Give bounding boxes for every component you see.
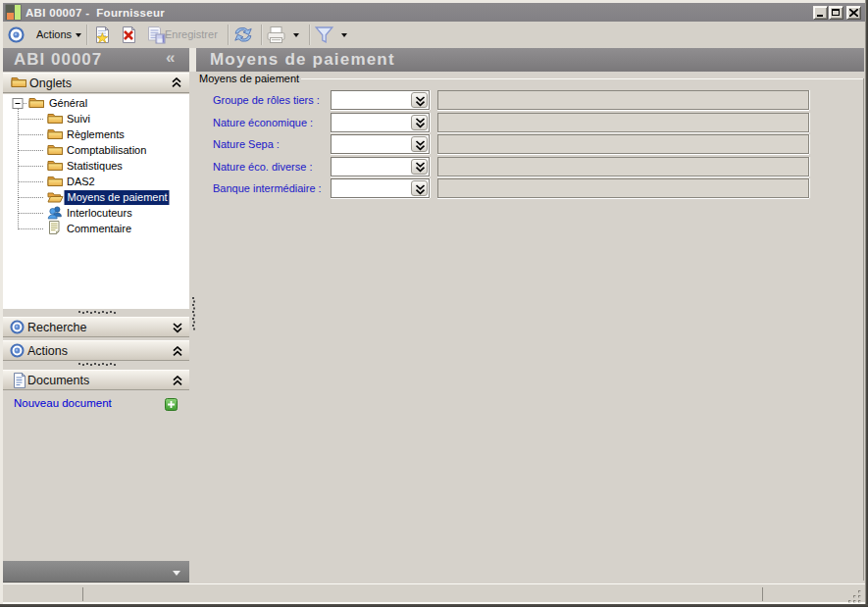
svg-text:Suivi: Suivi <box>67 113 90 125</box>
svg-text:Statistiques: Statistiques <box>67 160 123 172</box>
svg-text:Moyens de paiement: Moyens de paiement <box>68 191 168 203</box>
svg-text:Commentaire: Commentaire <box>67 223 131 234</box>
svg-text:Général: Général <box>49 97 87 109</box>
svg-text:Comptabilisation: Comptabilisation <box>67 144 146 156</box>
svg-text:DAS2: DAS2 <box>67 176 95 187</box>
svg-text:Règlements: Règlements <box>67 128 125 140</box>
svg-text:Interlocuteurs: Interlocuteurs <box>67 207 132 219</box>
